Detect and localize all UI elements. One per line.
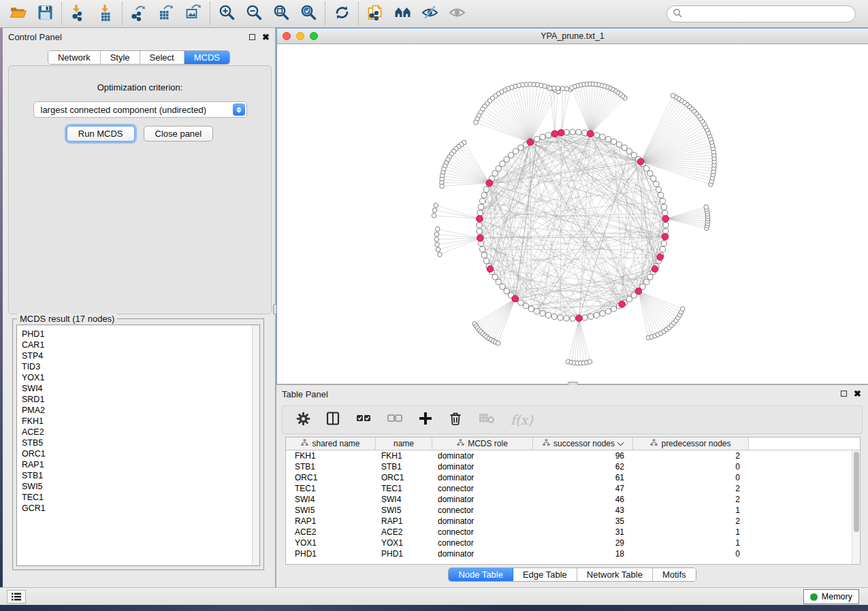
mcds-result-item[interactable]: STP4 <box>17 350 259 361</box>
export-network-button[interactable] <box>125 2 152 25</box>
mcds-result-item[interactable]: CAR1 <box>17 340 259 350</box>
import-table-icon <box>97 3 115 24</box>
table-settings-button[interactable] <box>296 412 310 429</box>
tab-style[interactable]: Style <box>101 51 140 64</box>
import-network-button[interactable] <box>65 2 92 25</box>
search-box[interactable] <box>666 5 856 22</box>
node-table-scrollbar[interactable] <box>852 450 860 564</box>
float-panel-icon[interactable] <box>249 34 255 40</box>
mcds-result-item[interactable]: RAP1 <box>17 459 259 470</box>
mcds-result-item[interactable]: GCR1 <box>17 503 259 514</box>
zoom-fit-button[interactable] <box>268 2 295 25</box>
save-session-button[interactable] <box>31 2 59 25</box>
cell-shared-name: STB1 <box>286 462 376 472</box>
mcds-result-item[interactable]: STB5 <box>17 437 259 448</box>
network-canvas[interactable] <box>277 44 868 384</box>
delete-rows-button[interactable] <box>448 411 463 429</box>
cell-MCDS-role: dominator <box>432 549 533 559</box>
mcds-result-item[interactable]: SWI4 <box>17 383 259 394</box>
export-image-button[interactable] <box>180 2 207 25</box>
cell-name: SWI4 <box>376 495 432 504</box>
column-header-successor-nodes[interactable]: successor nodes <box>533 437 633 450</box>
tab-mcds[interactable]: MCDS <box>184 51 229 64</box>
table-row[interactable]: YOX1YOX1connector291 <box>286 538 860 548</box>
show-panels-button[interactable] <box>7 590 26 604</box>
mcds-result-item[interactable]: PHD1 <box>17 329 259 340</box>
window-minimize-icon[interactable] <box>296 32 304 40</box>
table-row[interactable]: PHD1PHD1dominator180 <box>286 548 860 559</box>
mcds-result-item[interactable]: FKH1 <box>17 416 259 427</box>
add-row-button[interactable] <box>418 411 433 429</box>
export-table-button[interactable] <box>152 2 180 25</box>
float-table-panel-icon[interactable] <box>841 391 847 397</box>
table-row[interactable]: RAP1RAP1dominator352 <box>286 516 860 527</box>
table-row[interactable]: SWI5SWI5connector431 <box>286 505 860 516</box>
mcds-result-item[interactable]: ORC1 <box>17 448 259 459</box>
deselect-all-button[interactable] <box>387 411 403 429</box>
column-label: shared name <box>312 439 359 448</box>
column-header-shared-name[interactable]: shared name <box>286 437 376 450</box>
table-row[interactable]: ACE2ACE2connector311 <box>286 527 860 538</box>
mcds-result-item[interactable]: YOX1 <box>17 372 259 383</box>
cell-name: TEC1 <box>376 484 432 493</box>
table-row[interactable]: STB1STB1dominator620 <box>286 461 860 472</box>
close-panel-button[interactable]: Close panel <box>144 126 214 142</box>
table-panel-title: Table Panel <box>282 389 328 399</box>
node-table[interactable]: shared namenameMCDS rolesuccessor nodesp… <box>285 437 861 565</box>
application-window: Control Panel ✖ NetworkStyleSelectMCDS O… <box>0 0 868 605</box>
mcds-result-item[interactable]: TID3 <box>17 361 259 372</box>
select-all-button[interactable] <box>355 411 372 429</box>
table-row[interactable]: ORC1ORC1dominator610 <box>286 472 860 483</box>
open-session-button[interactable] <box>4 2 31 25</box>
mcds-result-item[interactable]: ACE2 <box>17 427 259 437</box>
tab-node-table[interactable]: Node Table <box>449 568 513 581</box>
column-label: successor nodes <box>553 439 615 448</box>
table-toolbar: f(x) <box>282 406 863 434</box>
table-row[interactable]: TEC1TEC1connector472 <box>286 483 860 494</box>
mcds-result-item[interactable]: SWI5 <box>17 481 259 492</box>
window-close-icon[interactable] <box>283 32 291 40</box>
column-header-MCDS-role[interactable]: MCDS role <box>432 437 533 450</box>
mcds-result-item[interactable]: PMA2 <box>17 405 259 416</box>
cell-successor-nodes: 47 <box>533 484 633 493</box>
search-input[interactable] <box>682 7 855 21</box>
table-row[interactable]: SWI4SWI4dominator462 <box>286 494 860 505</box>
close-table-panel-icon[interactable]: ✖ <box>854 391 861 397</box>
mcds-list-scrollbar[interactable] <box>252 325 259 565</box>
show-columns-button[interactable] <box>325 411 340 429</box>
refresh-button[interactable] <box>328 2 355 25</box>
mcds-result-item[interactable]: STB1 <box>17 470 259 481</box>
tab-motifs[interactable]: Motifs <box>653 568 696 581</box>
table-row[interactable]: FKH1FKH1dominator962 <box>286 450 860 461</box>
zoom-selected-button[interactable] <box>295 2 322 25</box>
tab-network-table[interactable]: Network Table <box>577 568 653 581</box>
cell-successor-nodes: 18 <box>533 549 633 559</box>
cell-predecessor-nodes: 1 <box>633 527 749 537</box>
hide-selected-button[interactable] <box>416 2 443 25</box>
run-mcds-button[interactable]: Run MCDS <box>67 126 135 142</box>
column-header-predecessor-nodes[interactable]: predecessor nodes <box>633 437 749 450</box>
import-network-icon <box>69 3 88 24</box>
table-panel-header: Table Panel <box>276 385 868 403</box>
toolbar-separator <box>61 2 62 25</box>
mcds-result-list[interactable]: PHD1CAR1STP4TID3YOX1SWI4SRD1PMA2FKH1ACE2… <box>16 325 260 566</box>
optimization-criterion-dropdown[interactable]: largest connected component (undirected) <box>33 101 247 118</box>
import-table-button[interactable] <box>92 2 119 25</box>
find-button[interactable] <box>389 2 416 25</box>
deselect-all-icon <box>387 411 403 429</box>
tab-edge-table[interactable]: Edge Table <box>513 568 577 581</box>
cell-successor-nodes: 35 <box>533 516 633 526</box>
zoom-out-button[interactable] <box>240 2 268 25</box>
zoom-in-button[interactable] <box>213 2 240 25</box>
window-zoom-icon[interactable] <box>310 32 318 40</box>
node-table-scroll-thumb[interactable] <box>854 452 859 532</box>
mcds-result-item[interactable]: TEC1 <box>17 492 259 503</box>
column-header-name[interactable]: name <box>376 437 432 450</box>
tab-select[interactable]: Select <box>140 51 184 64</box>
close-panel-icon[interactable]: ✖ <box>262 34 270 40</box>
show-all-button[interactable] <box>443 2 470 25</box>
memory-button[interactable]: Memory <box>803 589 859 604</box>
mcds-result-item[interactable]: SRD1 <box>17 394 259 405</box>
tab-network[interactable]: Network <box>48 51 101 64</box>
clone-network-button[interactable] <box>361 2 389 25</box>
